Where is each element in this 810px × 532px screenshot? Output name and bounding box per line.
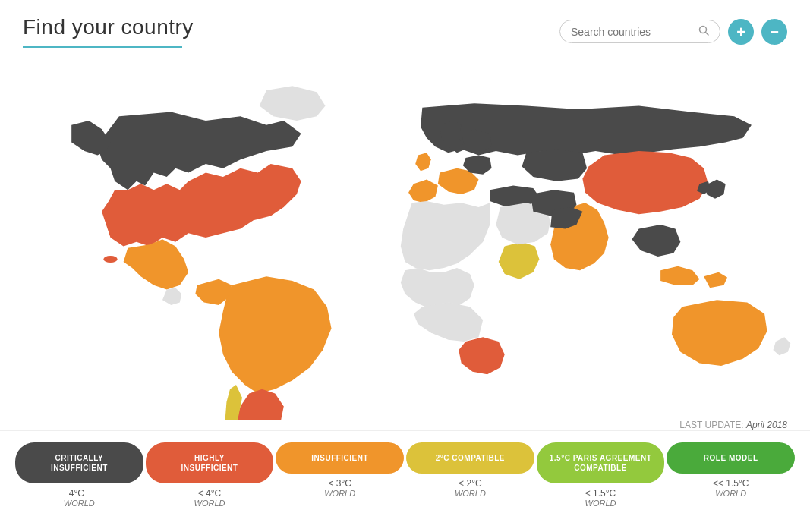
legend-bars: CRITICALLYINSUFFICIENT 4°C+ WORLD HIGHLY… bbox=[15, 442, 795, 508]
search-box[interactable] bbox=[559, 20, 720, 43]
legend-bar-highly[interactable]: HIGHLYINSUFFICIENT bbox=[146, 442, 274, 483]
legend-sub-role-model: << 1.5°C WORLD bbox=[713, 478, 749, 498]
search-input[interactable] bbox=[571, 26, 692, 38]
legend-bar-role-model[interactable]: ROLE MODEL bbox=[667, 442, 795, 474]
page-header: Find your country + − bbox=[0, 0, 810, 48]
legend-sub-insufficient: < 3°C WORLD bbox=[324, 478, 355, 498]
legend-item-two-c: 2°C COMPATIBLE < 2°C WORLD bbox=[406, 442, 534, 508]
zoom-out-button[interactable]: − bbox=[761, 19, 787, 45]
legend-item-insufficient: INSUFFICIENT < 3°C WORLD bbox=[276, 442, 404, 508]
legend-container: CRITICALLYINSUFFICIENT 4°C+ WORLD HIGHLY… bbox=[0, 430, 810, 512]
svg-line-1 bbox=[706, 33, 709, 36]
page-title: Find your country bbox=[23, 15, 194, 39]
search-icon bbox=[698, 25, 709, 38]
legend-item-role-model: ROLE MODEL << 1.5°C WORLD bbox=[667, 442, 795, 508]
legend-item-critically: CRITICALLYINSUFFICIENT 4°C+ WORLD bbox=[15, 442, 143, 508]
last-update: LAST UPDATE: April 2018 bbox=[0, 420, 810, 430]
zoom-in-button[interactable]: + bbox=[728, 19, 754, 45]
last-update-date: April 2018 bbox=[746, 420, 787, 430]
legend-bar-critically[interactable]: CRITICALLYINSUFFICIENT bbox=[15, 442, 143, 483]
legend-sub-highly: < 4°C WORLD bbox=[194, 488, 225, 508]
legend-sub-two-c: < 2°C WORLD bbox=[455, 478, 486, 498]
map-container bbox=[0, 48, 810, 442]
legend-bar-two-c[interactable]: 2°C COMPATIBLE bbox=[406, 442, 534, 474]
header-controls: + − bbox=[559, 19, 787, 45]
legend-sub-paris: < 1.5°C WORLD bbox=[585, 488, 616, 508]
legend-item-paris: 1.5°C PARIS AGREEMENTCOMPATIBLE < 1.5°C … bbox=[537, 442, 665, 508]
svg-point-3 bbox=[103, 256, 117, 263]
world-map[interactable] bbox=[15, 55, 795, 420]
legend-item-highly: HIGHLYINSUFFICIENT < 4°C WORLD bbox=[146, 442, 274, 508]
legend-bar-paris[interactable]: 1.5°C PARIS AGREEMENTCOMPATIBLE bbox=[537, 442, 665, 483]
title-section: Find your country bbox=[23, 15, 194, 48]
legend-sub-critically: 4°C+ WORLD bbox=[64, 488, 95, 508]
legend-bar-insufficient[interactable]: INSUFFICIENT bbox=[276, 442, 404, 474]
